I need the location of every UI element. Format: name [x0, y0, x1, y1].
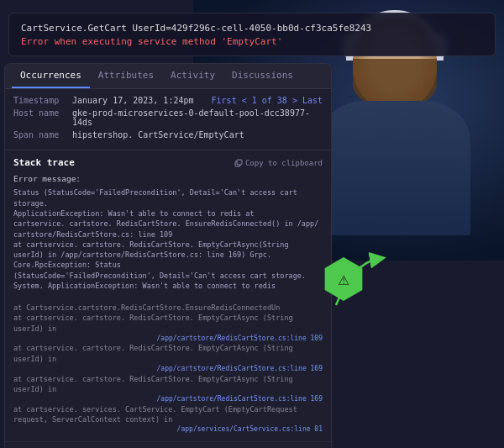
stack-line-0: Status (StatusCode='FailedPrecondition',… — [13, 187, 323, 208]
stack-trace-header: Stack trace Copy to clipboard — [13, 157, 323, 168]
metadata-section: Timestamp January 17, 2023, 1:24pm First… — [5, 89, 331, 150]
stack-line-5: (StatusCode='FailedPrecondition', Detail… — [13, 271, 323, 281]
stack-line-1: ApplicationException: Wasn't able to con… — [13, 208, 323, 219]
span-label: Span name — [13, 130, 72, 140]
error-subtitle: Error when executing service method 'Emp… — [21, 36, 483, 47]
error-message-label: Error message: — [13, 173, 323, 185]
hostname-label: Host name — [13, 108, 72, 118]
pagination-nav[interactable]: First < 1 of 38 > Last — [212, 96, 323, 105]
stack-line-2: cartservice. cartstore. RedisCartStore. … — [13, 219, 323, 229]
at-line-5: request, ServerCalContext context) in /a… — [13, 414, 323, 435]
hex-shape: ⚠ — [322, 257, 365, 301]
at-path-3: /app/cartstore/RedisCartStore.cs:line 16… — [13, 394, 323, 404]
warning-icon: ⚠ — [338, 270, 349, 288]
tab-activity[interactable]: Activity — [162, 64, 223, 88]
timestamp-value: January 17, 2023, 1:24pm — [72, 96, 212, 105]
stack-line-6: System. ApplicationException: Wasn't abl… — [13, 281, 323, 291]
at-path-1: /app/cartstore/RedisCartStore.cs:line 10… — [13, 334, 323, 344]
at-line-1: at cartservice. cartstore. RedisCartStor… — [13, 313, 323, 343]
stack-line-3: cartstore/RedisCartStore.cs: line 109 — [13, 229, 323, 240]
at-line-3: at cartservice. cartstore. RedisCartStor… — [13, 374, 323, 404]
at-path-5: /app/services/CartService.cs:line 81 — [13, 424, 323, 435]
svg-rect-1 — [237, 160, 242, 165]
span-row: Span name hipstershop. CartService/Empty… — [13, 130, 323, 140]
stack-trace-content: Error message: Status (StatusCode='Faile… — [13, 173, 323, 435]
stack-trace-section: Stack trace Copy to clipboard Error mess… — [5, 150, 331, 442]
hostname-value: gke-prod-microservices-0-default-pool-dc… — [72, 108, 323, 127]
at-line-4: at cartservice. services. CartService. E… — [13, 404, 323, 414]
person-body — [319, 101, 470, 235]
stack-line-4: at cartservice. cartstore. RedisCartStor… — [13, 240, 323, 271]
tab-attributes[interactable]: Attributes — [90, 64, 162, 88]
span-value: hipstershop. CartService/EmptyCart — [72, 130, 323, 140]
hostname-row: Host name gke-prod-microservices-0-defau… — [13, 108, 323, 127]
warning-hexagon: ⚠ — [322, 257, 365, 301]
at-path-2: /app/cartstore/RedisCartStore.cs:line 16… — [13, 364, 323, 374]
stack-trace-title: Stack trace — [13, 157, 75, 168]
error-header: CartService.GetCart UserId=429f296c-cell… — [8, 13, 496, 56]
copy-to-clipboard-button[interactable]: Copy to clipboard — [234, 159, 323, 167]
tab-discussions[interactable]: Discussions — [223, 64, 302, 88]
timestamp-row: Timestamp January 17, 2023, 1:24pm First… — [13, 96, 323, 105]
main-panel: Occurrences Attributes Activity Discussi… — [4, 63, 332, 448]
at-line-2: at cartservice. cartstore. RedisCartStor… — [13, 343, 323, 373]
timestamp-label: Timestamp — [13, 96, 72, 105]
distributed-trace-section: Distributed trace /cart/checkout about 1… — [5, 442, 331, 448]
copy-icon — [234, 159, 243, 167]
error-title: CartService.GetCart UserId=429f296c-cell… — [21, 22, 483, 34]
tab-occurrences[interactable]: Occurrences — [12, 64, 90, 88]
tabs-bar: Occurrences Attributes Activity Discussi… — [5, 64, 331, 89]
at-line-0: at Cartservice.cartstore.RedisCartStore.… — [13, 303, 323, 313]
copy-label: Copy to clipboard — [245, 159, 323, 167]
